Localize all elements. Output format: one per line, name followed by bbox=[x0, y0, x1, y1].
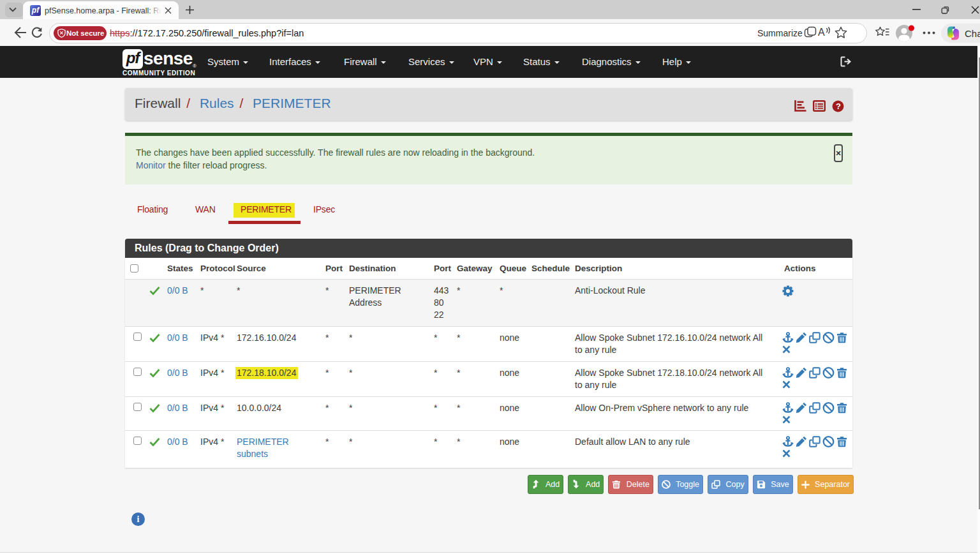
svg-text:A: A bbox=[818, 27, 825, 38]
svg-text:?: ? bbox=[836, 101, 841, 111]
